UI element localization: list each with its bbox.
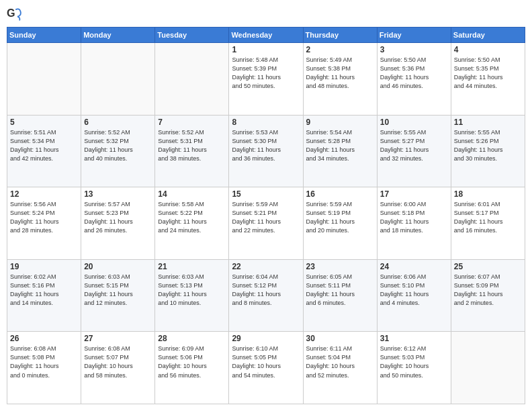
calendar-week-row: 5Sunrise: 5:51 AM Sunset: 5:34 PM Daylig… [7,115,525,187]
cell-info-text: Sunrise: 6:09 AM Sunset: 5:06 PM Dayligh… [158,345,226,379]
calendar-cell: 10Sunrise: 5:55 AM Sunset: 5:27 PM Dayli… [377,115,451,187]
calendar-cell [451,332,525,404]
cell-info-text: Sunrise: 5:55 AM Sunset: 5:27 PM Dayligh… [380,128,448,163]
cell-info-text: Sunrise: 5:50 AM Sunset: 5:35 PM Dayligh… [454,56,522,91]
calendar-cell: 28Sunrise: 6:09 AM Sunset: 5:06 PM Dayli… [155,332,229,404]
calendar-week-row: 26Sunrise: 6:08 AM Sunset: 5:08 PM Dayli… [7,332,525,404]
cell-info-text: Sunrise: 5:59 AM Sunset: 5:19 PM Dayligh… [306,200,374,235]
cell-day-number: 15 [232,189,300,199]
calendar-cell: 31Sunrise: 6:12 AM Sunset: 5:03 PM Dayli… [377,332,451,404]
calendar-cell [81,43,155,116]
calendar-body: 1Sunrise: 5:48 AM Sunset: 5:39 PM Daylig… [7,43,525,404]
weekday-header: Monday [81,28,155,43]
calendar-cell: 9Sunrise: 5:54 AM Sunset: 5:28 PM Daylig… [303,115,377,187]
cell-info-text: Sunrise: 5:52 AM Sunset: 5:31 PM Dayligh… [158,128,226,163]
cell-day-number: 5 [10,118,78,127]
cell-day-number: 26 [10,334,78,343]
calendar-cell: 12Sunrise: 5:56 AM Sunset: 5:24 PM Dayli… [7,187,81,260]
cell-info-text: Sunrise: 6:05 AM Sunset: 5:11 PM Dayligh… [306,273,374,308]
calendar: SundayMondayTuesdayWednesdayThursdayFrid… [7,27,525,404]
cell-day-number: 31 [380,334,448,343]
cell-day-number: 27 [84,334,152,343]
weekday-header: Tuesday [155,28,229,43]
calendar-cell: 5Sunrise: 5:51 AM Sunset: 5:34 PM Daylig… [7,115,81,187]
cell-info-text: Sunrise: 5:59 AM Sunset: 5:21 PM Dayligh… [232,200,300,235]
weekday-header: Friday [377,28,451,43]
calendar-cell: 20Sunrise: 6:03 AM Sunset: 5:15 PM Dayli… [81,259,155,332]
header: G [7,7,525,21]
calendar-week-row: 19Sunrise: 6:02 AM Sunset: 5:16 PM Dayli… [7,259,525,332]
weekday-row: SundayMondayTuesdayWednesdayThursdayFrid… [7,28,525,43]
cell-day-number: 11 [454,118,522,127]
cell-info-text: Sunrise: 6:08 AM Sunset: 5:07 PM Dayligh… [84,345,152,379]
calendar-cell: 24Sunrise: 6:06 AM Sunset: 5:10 PM Dayli… [377,259,451,332]
cell-day-number: 8 [232,118,300,127]
cell-day-number: 9 [306,118,374,127]
calendar-cell: 16Sunrise: 5:59 AM Sunset: 5:19 PM Dayli… [303,187,377,260]
cell-day-number: 24 [380,262,448,271]
calendar-week-row: 12Sunrise: 5:56 AM Sunset: 5:24 PM Dayli… [7,187,525,260]
cell-info-text: Sunrise: 5:53 AM Sunset: 5:30 PM Dayligh… [232,128,300,163]
calendar-cell: 7Sunrise: 5:52 AM Sunset: 5:31 PM Daylig… [155,115,229,187]
weekday-header: Thursday [303,28,377,43]
cell-info-text: Sunrise: 6:06 AM Sunset: 5:10 PM Dayligh… [380,273,448,308]
page: G SundayMondayTuesdayWednesdayThursdayFr… [0,0,532,411]
cell-day-number: 17 [380,189,448,199]
cell-info-text: Sunrise: 5:52 AM Sunset: 5:32 PM Dayligh… [84,128,152,163]
svg-text:G: G [7,7,15,19]
calendar-cell: 8Sunrise: 5:53 AM Sunset: 5:30 PM Daylig… [229,115,303,187]
logo-icon: G [7,7,21,21]
calendar-cell: 23Sunrise: 6:05 AM Sunset: 5:11 PM Dayli… [303,259,377,332]
cell-info-text: Sunrise: 5:48 AM Sunset: 5:39 PM Dayligh… [232,56,300,91]
cell-info-text: Sunrise: 5:56 AM Sunset: 5:24 PM Dayligh… [10,200,78,235]
cell-day-number: 7 [158,118,226,127]
cell-info-text: Sunrise: 5:51 AM Sunset: 5:34 PM Dayligh… [10,128,78,163]
calendar-cell: 30Sunrise: 6:11 AM Sunset: 5:04 PM Dayli… [303,332,377,404]
cell-info-text: Sunrise: 6:10 AM Sunset: 5:05 PM Dayligh… [232,345,300,379]
calendar-cell: 1Sunrise: 5:48 AM Sunset: 5:39 PM Daylig… [229,43,303,116]
cell-info-text: Sunrise: 5:58 AM Sunset: 5:22 PM Dayligh… [158,200,226,235]
calendar-cell: 4Sunrise: 5:50 AM Sunset: 5:35 PM Daylig… [451,43,525,116]
cell-day-number: 10 [380,118,448,127]
calendar-cell: 21Sunrise: 6:03 AM Sunset: 5:13 PM Dayli… [155,259,229,332]
cell-info-text: Sunrise: 5:57 AM Sunset: 5:23 PM Dayligh… [84,200,152,235]
cell-day-number: 3 [380,45,448,54]
calendar-cell: 13Sunrise: 5:57 AM Sunset: 5:23 PM Dayli… [81,187,155,260]
cell-day-number: 20 [84,262,152,271]
calendar-cell: 26Sunrise: 6:08 AM Sunset: 5:08 PM Dayli… [7,332,81,404]
cell-day-number: 29 [232,334,300,343]
weekday-header: Saturday [451,28,525,43]
cell-info-text: Sunrise: 5:55 AM Sunset: 5:26 PM Dayligh… [454,128,522,163]
cell-info-text: Sunrise: 6:01 AM Sunset: 5:17 PM Dayligh… [454,200,522,235]
weekday-header: Wednesday [229,28,303,43]
calendar-cell: 11Sunrise: 5:55 AM Sunset: 5:26 PM Dayli… [451,115,525,187]
calendar-cell: 25Sunrise: 6:07 AM Sunset: 5:09 PM Dayli… [451,259,525,332]
cell-day-number: 16 [306,189,374,199]
cell-day-number: 13 [84,189,152,199]
cell-info-text: Sunrise: 6:11 AM Sunset: 5:04 PM Dayligh… [306,345,374,379]
cell-day-number: 18 [454,189,522,199]
cell-day-number: 1 [232,45,300,54]
calendar-cell [7,43,81,116]
cell-day-number: 23 [306,262,374,271]
calendar-cell: 6Sunrise: 5:52 AM Sunset: 5:32 PM Daylig… [81,115,155,187]
calendar-header: SundayMondayTuesdayWednesdayThursdayFrid… [7,28,525,43]
cell-info-text: Sunrise: 6:00 AM Sunset: 5:18 PM Dayligh… [380,200,448,235]
calendar-cell: 14Sunrise: 5:58 AM Sunset: 5:22 PM Dayli… [155,187,229,260]
calendar-cell: 19Sunrise: 6:02 AM Sunset: 5:16 PM Dayli… [7,259,81,332]
calendar-cell: 2Sunrise: 5:49 AM Sunset: 5:38 PM Daylig… [303,43,377,116]
cell-info-text: Sunrise: 5:54 AM Sunset: 5:28 PM Dayligh… [306,128,374,163]
cell-day-number: 30 [306,334,374,343]
cell-info-text: Sunrise: 6:03 AM Sunset: 5:15 PM Dayligh… [84,273,152,308]
cell-info-text: Sunrise: 6:03 AM Sunset: 5:13 PM Dayligh… [158,273,226,308]
calendar-cell: 17Sunrise: 6:00 AM Sunset: 5:18 PM Dayli… [377,187,451,260]
cell-day-number: 6 [84,118,152,127]
cell-day-number: 21 [158,262,226,271]
cell-day-number: 19 [10,262,78,271]
cell-info-text: Sunrise: 6:08 AM Sunset: 5:08 PM Dayligh… [10,345,78,379]
cell-day-number: 25 [454,262,522,271]
weekday-header: Sunday [7,28,81,43]
logo: G [7,7,24,21]
cell-info-text: Sunrise: 6:02 AM Sunset: 5:16 PM Dayligh… [10,273,78,308]
cell-info-text: Sunrise: 5:49 AM Sunset: 5:38 PM Dayligh… [306,56,374,91]
